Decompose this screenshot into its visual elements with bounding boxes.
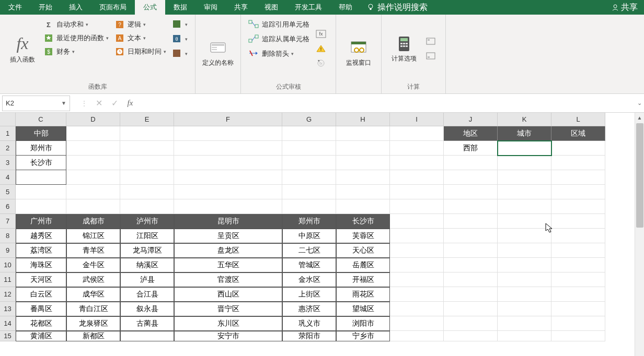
cell-I6[interactable]: [390, 199, 444, 214]
scroll-thumb[interactable]: [636, 123, 643, 228]
cell-C6[interactable]: [16, 199, 66, 214]
row-header-8[interactable]: 8: [0, 229, 16, 243]
calculation-options-button[interactable]: 计算选项: [386, 18, 422, 80]
cell-C3[interactable]: 长沙市: [16, 156, 66, 170]
cell-F2[interactable]: [174, 141, 282, 156]
cell-K10[interactable]: [498, 258, 551, 272]
row-header-14[interactable]: 14: [0, 316, 16, 331]
cell-F13[interactable]: 晋宁区: [174, 302, 282, 316]
cell-C11[interactable]: 天河区: [16, 272, 66, 287]
cell-H10[interactable]: 岳麓区: [336, 258, 390, 272]
trace-precedents-button[interactable]: 追踪引用单元格: [248, 20, 309, 29]
cell-E6[interactable]: [120, 199, 174, 214]
column-header-J[interactable]: J: [444, 113, 498, 126]
row-header-5[interactable]: 5: [0, 185, 16, 199]
tab-help[interactable]: 帮助: [330, 0, 361, 15]
cell-K11[interactable]: [498, 272, 551, 287]
cell-D7[interactable]: 成都市: [66, 214, 120, 229]
cell-E5[interactable]: [120, 185, 174, 199]
cell-C13[interactable]: 番禺区: [16, 302, 66, 316]
cell-G4[interactable]: [282, 170, 336, 185]
cell-G5[interactable]: [282, 185, 336, 199]
column-header-I[interactable]: I: [390, 113, 444, 126]
expand-formula-bar-button[interactable]: ⌄: [635, 100, 644, 106]
cell-F3[interactable]: [174, 156, 282, 170]
cell-C7[interactable]: 广州市: [16, 214, 66, 229]
cell-L14[interactable]: [551, 316, 605, 331]
scroll-up-button[interactable]: ▲: [635, 113, 644, 122]
cell-L7[interactable]: [551, 214, 605, 229]
cell-I1[interactable]: [390, 126, 444, 141]
cell-K2[interactable]: [498, 141, 551, 156]
cell-E4[interactable]: [120, 170, 174, 185]
formula-input[interactable]: [138, 96, 635, 111]
share-button[interactable]: 共享: [605, 2, 644, 13]
cell-I13[interactable]: [390, 302, 444, 316]
logical-button[interactable]: ? 逻辑▾: [115, 20, 166, 29]
cell-C14[interactable]: 花都区: [16, 316, 66, 331]
cell-L13[interactable]: [551, 302, 605, 316]
cell-K9[interactable]: [498, 243, 551, 258]
defined-names-button[interactable]: 定义的名称: [200, 18, 236, 89]
cell-J1[interactable]: 地区: [444, 126, 498, 141]
cell-E10[interactable]: 纳溪区: [120, 258, 174, 272]
insert-function-mini-button[interactable]: fx: [122, 96, 138, 111]
cell-L1[interactable]: 区域: [551, 126, 605, 141]
accept-formula-button[interactable]: ✓: [107, 96, 122, 111]
lookup-reference-button[interactable]: ▾: [172, 20, 188, 29]
cell-I3[interactable]: [390, 156, 444, 170]
cell-I5[interactable]: [390, 185, 444, 199]
column-header-F[interactable]: F: [174, 113, 282, 126]
cell-J8[interactable]: [444, 229, 498, 243]
calculate-sheet-button[interactable]: [426, 52, 438, 61]
tab-share[interactable]: 共享: [226, 0, 256, 15]
vertical-scrollbar[interactable]: ▲: [635, 113, 644, 356]
cell-L5[interactable]: [551, 185, 605, 199]
cell-J14[interactable]: [444, 316, 498, 331]
cell-F12[interactable]: 西山区: [174, 287, 282, 302]
cell-H8[interactable]: 芙蓉区: [336, 229, 390, 243]
cell-F15[interactable]: 安宁市: [174, 331, 282, 341]
cell-H3[interactable]: [336, 156, 390, 170]
cell-G10[interactable]: 管城区: [282, 258, 336, 272]
cell-J7[interactable]: [444, 214, 498, 229]
cell-K5[interactable]: [498, 185, 551, 199]
insert-function-button[interactable]: fx 插入函数: [4, 18, 41, 80]
cell-H15[interactable]: 宁乡市: [336, 331, 390, 341]
cell-F5[interactable]: [174, 185, 282, 199]
calculate-now-button[interactable]: [426, 37, 438, 46]
cell-E1[interactable]: [120, 126, 174, 141]
column-header-G[interactable]: G: [282, 113, 336, 126]
cell-K7[interactable]: [498, 214, 551, 229]
cell-E13[interactable]: 叙永县: [120, 302, 174, 316]
column-header-E[interactable]: E: [120, 113, 174, 126]
row-header-10[interactable]: 10: [0, 258, 16, 272]
column-header-K[interactable]: K: [498, 113, 551, 126]
cell-C5[interactable]: [16, 185, 66, 199]
cell-I15[interactable]: [390, 331, 444, 341]
cell-H2[interactable]: [336, 141, 390, 156]
cell-G11[interactable]: 金水区: [282, 272, 336, 287]
cell-C1[interactable]: 中部: [16, 126, 66, 141]
evaluate-formula-button[interactable]: fx: [316, 59, 328, 68]
cell-K14[interactable]: [498, 316, 551, 331]
select-all-corner[interactable]: [0, 113, 16, 126]
cell-C15[interactable]: 黄浦区: [16, 331, 66, 341]
cell-H9[interactable]: 天心区: [336, 243, 390, 258]
cell-K6[interactable]: [498, 199, 551, 214]
name-box[interactable]: K2 ▼: [2, 96, 70, 111]
cell-D8[interactable]: 锦江区: [66, 229, 120, 243]
cell-F9[interactable]: 盘龙区: [174, 243, 282, 258]
cell-F4[interactable]: [174, 170, 282, 185]
cell-L15[interactable]: [551, 331, 605, 341]
cell-L9[interactable]: [551, 243, 605, 258]
row-header-1[interactable]: 1: [0, 126, 16, 141]
cell-K8[interactable]: [498, 229, 551, 243]
cell-I11[interactable]: [390, 272, 444, 287]
tab-insert[interactable]: 插入: [61, 0, 91, 15]
cell-L10[interactable]: [551, 258, 605, 272]
cell-I14[interactable]: [390, 316, 444, 331]
cell-H1[interactable]: [336, 126, 390, 141]
row-header-15[interactable]: 15: [0, 331, 16, 341]
cell-L3[interactable]: [551, 156, 605, 170]
